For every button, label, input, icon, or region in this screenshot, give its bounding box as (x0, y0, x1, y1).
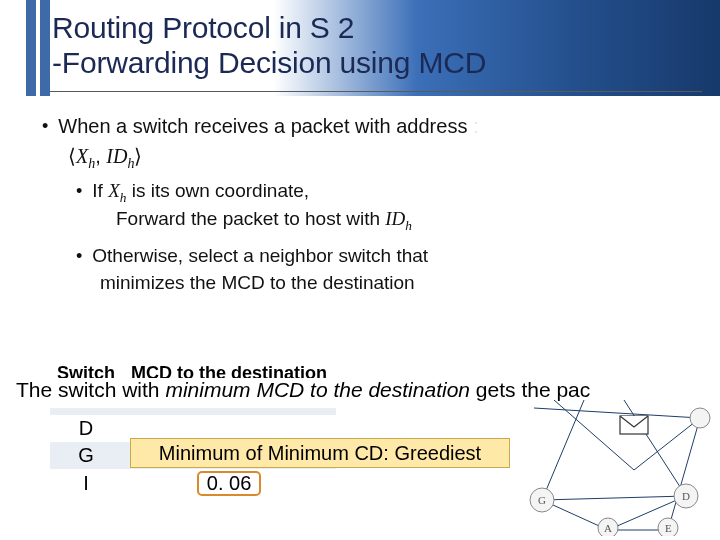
body-line: minimizes the MCD to the destination (100, 271, 700, 295)
title-accent-bar-icon (40, 0, 50, 96)
bracket-icon: ⟨ (68, 145, 76, 167)
node-label: E (665, 522, 672, 534)
text: Otherwise, select a neighbor switch that (92, 245, 428, 266)
overlay-note-box: Minimum of Minimum CD: Greediest (130, 438, 510, 468)
body-line: If Xh is its own coordinate, (92, 179, 309, 206)
math-sub: h (405, 218, 412, 233)
body-line: Forward the packet to host with IDh (116, 207, 700, 234)
svg-line-4 (668, 418, 700, 530)
body-line: Otherwise, select a neighbor switch that (92, 244, 428, 269)
slide-title-line2: -Forwarding Decision using MCD (52, 45, 720, 80)
math-var: X (108, 180, 120, 201)
network-graph-icon: G D E A (514, 400, 714, 536)
text: Forward the packet to host with (116, 208, 385, 229)
node-label: G (538, 494, 546, 506)
text: When a switch receives a packet with add… (58, 115, 467, 137)
table-cell: D (50, 415, 122, 442)
svg-point-15 (690, 408, 710, 428)
text: If (92, 180, 108, 201)
text: is its own coordinate, (126, 180, 309, 201)
svg-line-3 (624, 400, 686, 496)
title-underline (50, 91, 702, 92)
table-cell: I (50, 469, 122, 498)
node-label: D (682, 490, 690, 502)
table-row: I 0. 06 (50, 469, 336, 498)
text: , (95, 145, 106, 167)
title-area: Routing Protocol in S 2 -Forwarding Deci… (0, 0, 720, 96)
text-faint: : (473, 115, 479, 137)
slide-body: • When a switch receives a packet with a… (0, 96, 720, 296)
title-accent-bar-icon (26, 0, 36, 96)
address-expr: ⟨Xh, IDh⟩ (68, 144, 700, 173)
slide-title-line1: Routing Protocol in S 2 (52, 10, 720, 45)
bracket-icon: ⟩ (134, 145, 142, 167)
node-label: A (604, 522, 612, 534)
bullet-icon: • (76, 179, 82, 206)
body-line: When a switch receives a packet with add… (58, 114, 478, 140)
svg-line-0 (534, 408, 700, 418)
table-cell: G (50, 442, 122, 469)
bullet-icon: • (76, 244, 82, 269)
math-var: X (76, 145, 88, 167)
text-emphasis: minimum MCD to the destination (165, 378, 470, 401)
text: gets the pac (470, 378, 590, 401)
bullet-icon: • (42, 114, 48, 140)
svg-line-1 (554, 400, 634, 470)
math-var: ID (385, 208, 405, 229)
highlighted-cell: 0. 06 (197, 471, 261, 496)
table-cell: 0. 06 (122, 469, 336, 498)
svg-line-6 (542, 496, 686, 500)
math-var: ID (106, 145, 127, 167)
svg-line-2 (542, 400, 584, 500)
text: The switch with (16, 378, 165, 401)
